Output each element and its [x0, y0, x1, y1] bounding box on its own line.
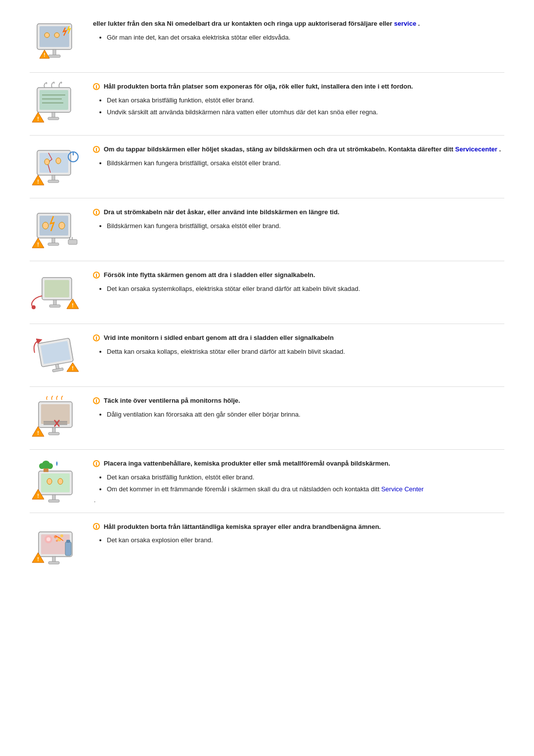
section-5-image: !: [30, 270, 84, 315]
svg-rect-11: [48, 117, 59, 120]
section-9-content: Håll produkten borta från lättantändliga…: [93, 522, 504, 548]
svg-rect-65: [48, 500, 59, 502]
svg-text:!: !: [37, 556, 39, 562]
section-2-image: !: [30, 82, 84, 126]
section-1-link[interactable]: service: [394, 20, 416, 27]
svg-rect-53: [52, 427, 55, 433]
section-6-content: Vrid inte monitorn i sidled enbart genom…: [93, 333, 504, 359]
section-4-heading: Dra ut strömkabeln när det åskar, eller …: [93, 207, 504, 217]
section-9-bullet-1: Det kan orsaka explosion eller brand.: [107, 535, 504, 545]
svg-rect-35: [68, 239, 77, 244]
section-6-bullet-1: Detta kan orsaka kollaps, elektriska stö…: [107, 347, 504, 357]
section-9-bullets: Det kan orsaka explosion eller brand.: [93, 535, 504, 545]
svg-rect-54: [48, 432, 59, 435]
section-4-heading-text: Dra ut strömkabeln när det åskar, eller …: [104, 208, 340, 216]
section-3-link[interactable]: Servicecenter: [455, 145, 497, 153]
section-1-bullet-1: Gör man inte det, kan det orsaka elektri…: [107, 33, 504, 43]
svg-rect-41: [49, 305, 60, 307]
section-8-bullets: Det kan orsaka bristfällig funktion, els…: [93, 472, 504, 494]
section-4-bullets: Bildskärmen kan fungera bristfälligt, or…: [93, 221, 504, 231]
section-4-bullet-1: Bildskärmen kan fungera bristfälligt, or…: [107, 221, 504, 231]
svg-rect-3: [48, 55, 60, 57]
section-3-heading-after: .: [499, 145, 501, 153]
svg-point-21: [44, 159, 49, 165]
svg-text:!: !: [72, 302, 74, 308]
section-7-heading: Täck inte över ventilerna på monitorns h…: [93, 396, 504, 406]
section-1-bullets: Gör man inte det, kan det orsaka elektri…: [93, 33, 504, 43]
svg-text:!: !: [37, 116, 39, 122]
svg-rect-2: [53, 49, 56, 55]
svg-text:!: !: [37, 241, 39, 247]
section-6-heading-text: Vrid inte monitorn i sidled enbart genom…: [104, 334, 334, 341]
section-5-content: Försök inte flytta skärmen genom att dra…: [93, 270, 504, 296]
section-5-bullets: Det kan orsaka systemkollaps, elektriska…: [93, 284, 504, 294]
section-2-heading-text: Håll produkten borta från platser som ex…: [104, 83, 413, 90]
section-8-image: !: [30, 459, 84, 503]
section-7-bullet-1: Dålig ventilation kan förorsaka att den …: [107, 410, 504, 420]
svg-point-42: [32, 305, 36, 309]
svg-rect-63: [41, 473, 70, 492]
section-3-bullet-1: Bildskärmen kan fungera bristfälligt, or…: [107, 158, 504, 168]
svg-point-81: [54, 535, 57, 538]
svg-rect-20: [48, 180, 59, 183]
section-8-bullet-2-text: Om det kommer in ett främmande föremål i…: [107, 485, 379, 493]
section-6-bullets: Detta kan orsaka kollaps, elektriska stö…: [93, 347, 504, 357]
warning-icon-3: [93, 146, 100, 153]
section-2-content: Håll produkten borta från platser som ex…: [93, 82, 504, 120]
section-6: ! Vrid inte monitorn i sidled enbart gen…: [30, 324, 504, 387]
svg-rect-30: [48, 243, 59, 245]
section-3: ! Om du tappar bildskärmen eller höljet …: [30, 136, 504, 198]
section-3-heading: Om du tappar bildskärmen eller höljet sk…: [93, 144, 504, 154]
svg-point-32: [59, 222, 65, 229]
svg-point-70: [39, 463, 45, 469]
section-1: ! eller lukter från den ska Ni omedelbar…: [30, 10, 504, 73]
section-5-bullet-1: Det kan orsaka systemkollaps, elektriska…: [107, 284, 504, 294]
svg-rect-29: [52, 238, 55, 243]
section-8-content: Placera inga vattenbehållare, kemiska pr…: [93, 459, 504, 504]
section-1-content: eller lukter från den ska Ni omedelbart …: [93, 19, 504, 45]
section-1-image: !: [30, 19, 84, 63]
svg-point-83: [56, 540, 58, 542]
svg-point-31: [43, 222, 48, 229]
section-2: ! Håll produkten borta från platser som …: [30, 73, 504, 136]
section-9: ! Håll produkten borta från lättantändli…: [30, 513, 504, 575]
section-1-heading-text: eller lukter från den ska Ni omedelbart …: [93, 20, 392, 27]
warning-icon-5: [93, 272, 100, 279]
section-8-bullet-1: Det kan orsaka bristfällig funktion, els…: [107, 472, 504, 482]
section-3-content: Om du tappar bildskärmen eller höljet sk…: [93, 144, 504, 170]
section-8-dot-note: .: [94, 497, 504, 504]
svg-rect-10: [52, 112, 55, 118]
section-7: ! Täck inte över ventilerna på monitorns…: [30, 387, 504, 450]
section-3-heading-text: Om du tappar bildskärmen eller höljet sk…: [104, 145, 453, 153]
svg-point-82: [60, 534, 63, 537]
section-7-bullets: Dålig ventilation kan förorsaka att den …: [93, 410, 504, 420]
svg-point-67: [58, 478, 63, 484]
svg-text:!: !: [72, 365, 74, 371]
svg-rect-39: [44, 280, 69, 297]
warning-icon-8: [93, 460, 100, 467]
section-1-heading: eller lukter från den ska Ni omedelbart …: [93, 19, 504, 29]
section-8-bullet-2: Om det kommer in ett främmande föremål i…: [107, 484, 504, 494]
svg-point-71: [47, 463, 53, 469]
svg-rect-40: [53, 300, 56, 305]
svg-rect-78: [65, 542, 71, 556]
svg-rect-79: [66, 540, 70, 543]
section-5-heading: Försök inte flytta skärmen genom att dra…: [93, 270, 504, 280]
svg-point-5: [54, 33, 59, 38]
warning-icon-4: [93, 209, 100, 216]
section-6-image: !: [30, 333, 84, 378]
service-center-link[interactable]: Service Center: [381, 485, 424, 493]
section-9-image: !: [30, 522, 84, 567]
section-5-heading-text: Försök inte flytta skärmen genom att dra…: [104, 271, 315, 279]
section-3-image: !: [30, 144, 84, 189]
section-8-heading-text: Placera inga vattenbehållare, kemiska pr…: [104, 460, 390, 467]
section-2-heading: Håll produkten borta från platser som ex…: [93, 82, 504, 92]
svg-text:!: !: [44, 52, 45, 58]
section-9-heading-text: Håll produkten borta från lättantändliga…: [104, 523, 381, 530]
svg-rect-77: [48, 562, 59, 564]
svg-text:!: !: [37, 179, 39, 185]
svg-text:!: !: [37, 430, 39, 436]
section-4-image: !: [30, 207, 84, 252]
page-container: ! eller lukter från den ska Ni omedelbar…: [0, 0, 534, 585]
section-4: ! Dra ut strömkabeln när det åskar, elle…: [30, 198, 504, 261]
